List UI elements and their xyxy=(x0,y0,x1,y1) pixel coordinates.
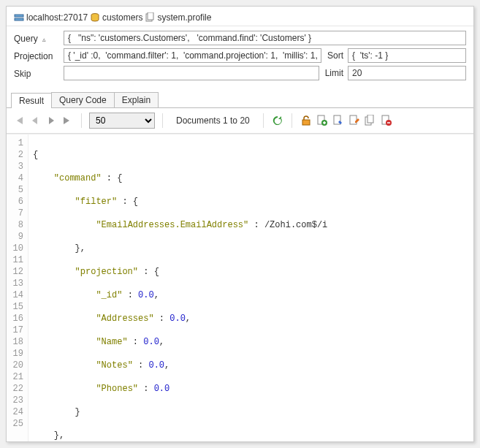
view-document-icon[interactable] xyxy=(332,114,345,127)
breadcrumb-host[interactable]: localhost:27017 xyxy=(26,12,88,23)
code-content[interactable]: { "command" : { "filter" : { "EmailAddre… xyxy=(28,134,473,441)
svg-rect-4 xyxy=(148,12,153,20)
prev-page-icon[interactable] xyxy=(28,114,42,127)
edit-document-icon[interactable] xyxy=(348,114,361,127)
tab-query-code[interactable]: Query Code xyxy=(51,92,115,107)
projection-label: Projection xyxy=(14,50,59,61)
code-area: 1234567891011121314151617181920212223242… xyxy=(7,134,473,441)
skip-label: Skip xyxy=(14,68,59,79)
svg-rect-1 xyxy=(15,18,23,20)
collapse-icon[interactable]: ▵ xyxy=(42,36,46,43)
first-page-icon[interactable] xyxy=(12,114,26,127)
delete-document-icon[interactable] xyxy=(380,114,393,127)
next-page-icon[interactable] xyxy=(45,114,58,127)
query-label: Query xyxy=(14,34,38,44)
breadcrumb: localhost:27017 customers system.profile xyxy=(7,7,473,26)
query-form: Query ▵ Projection Sort Skip Limit xyxy=(7,26,473,88)
query-input[interactable] xyxy=(64,31,466,45)
unlock-icon[interactable] xyxy=(300,114,313,127)
document-range: Documents 1 to 20 xyxy=(176,115,250,126)
host-icon xyxy=(14,12,24,23)
add-document-icon[interactable] xyxy=(316,114,329,127)
refresh-icon[interactable] xyxy=(271,114,284,127)
database-icon xyxy=(90,12,100,23)
sort-input[interactable] xyxy=(348,48,466,63)
svg-rect-5 xyxy=(302,120,310,125)
result-tabs: Result Query Code Explain xyxy=(7,92,473,108)
skip-input[interactable] xyxy=(64,66,319,80)
limit-input[interactable] xyxy=(348,66,466,80)
collection-icon xyxy=(145,12,155,23)
tab-explain[interactable]: Explain xyxy=(114,92,159,107)
svg-rect-0 xyxy=(15,15,23,17)
breadcrumb-db[interactable]: customers xyxy=(102,12,142,23)
svg-rect-11 xyxy=(367,115,373,123)
line-gutter: 1234567891011121314151617181920212223242… xyxy=(7,134,28,441)
projection-input[interactable] xyxy=(64,48,321,63)
copy-document-icon[interactable] xyxy=(364,114,377,127)
sort-label: Sort xyxy=(326,50,343,61)
last-page-icon[interactable] xyxy=(61,114,74,127)
query-panel: localhost:27017 customers system.profile… xyxy=(6,6,474,442)
tab-result[interactable]: Result xyxy=(11,93,52,108)
result-toolbar: 50 Documents 1 to 20 xyxy=(7,108,473,134)
limit-label: Limit xyxy=(324,68,343,78)
breadcrumb-collection[interactable]: system.profile xyxy=(157,12,211,23)
page-size-select[interactable]: 50 xyxy=(89,113,155,129)
svg-rect-9 xyxy=(350,115,357,124)
